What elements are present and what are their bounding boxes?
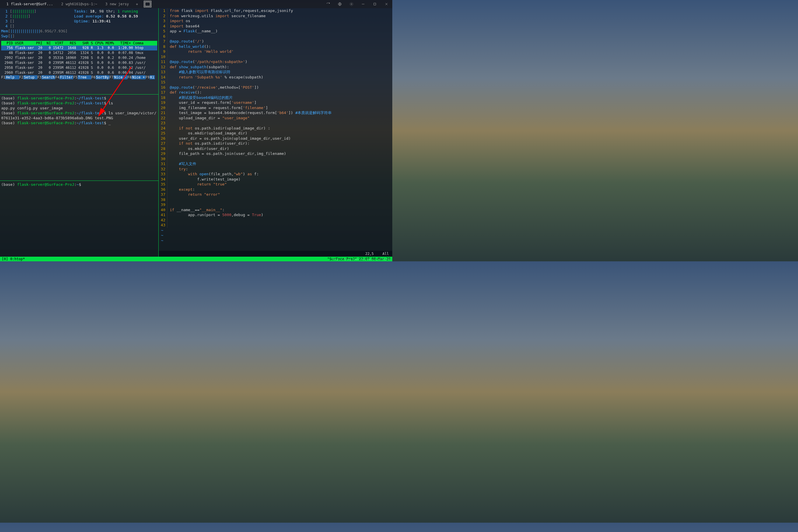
settings-icon[interactable]: [346, 0, 357, 8]
terminal-window: 1 [|||||||||||]2 [||||||||]3 []4 []Mem[|…: [0, 8, 392, 256]
process-row[interactable]: 2946 flask-ser 20 0 2395M 46112 41928 S …: [1, 60, 157, 65]
fkey-F7[interactable]: Nice -: [113, 75, 127, 79]
code-line: 15: [159, 80, 392, 85]
svg-point-3: [351, 3, 352, 5]
code-line: 14 return 'Subpath %s' % escape(subpath): [159, 75, 392, 80]
maximize-button[interactable]: [369, 0, 381, 8]
code-line: 23: [159, 120, 392, 126]
fkey-F8[interactable]: Nice +: [132, 75, 145, 79]
code-line: 4import base64: [159, 24, 392, 29]
code-line: 42: [159, 217, 392, 223]
load-label: Load average:: [74, 14, 106, 18]
right-pane: 1from flask import Flask,url_for,request…: [159, 8, 392, 256]
sync-icon[interactable]: [322, 0, 334, 8]
code-line: 2from werkzeug.utils import secure_filen…: [159, 14, 392, 19]
tab-2[interactable]: 2wgh6161@vps-1:~: [57, 0, 101, 8]
empty-line: ~: [159, 238, 392, 243]
code-line: 6: [159, 34, 392, 39]
fkey-F2[interactable]: Setup: [23, 75, 37, 79]
code-line: 41 app.run(port = 5000,debug = True): [159, 212, 392, 217]
swp-bar: Swp[|]: [1, 34, 74, 38]
code-line: 10: [159, 54, 392, 59]
empty-line: ~: [159, 228, 392, 233]
code-line: 9 return 'Hello world': [159, 49, 392, 54]
code-line: 19 user_id = request.form['username']: [159, 100, 392, 105]
cpu-bar-2: 2 [||||||||]: [1, 14, 74, 19]
code-line: 26 user_dir = os.path.join(upload_image_…: [159, 136, 392, 141]
code-line: 13 #输入参数可以带有路径标识符: [159, 70, 392, 75]
tab-3[interactable]: 3new jersy: [101, 0, 133, 8]
shell-line: 07611e31-e352-4aa3-bd6a-873b5896a8ab.DNG…: [1, 115, 157, 120]
titlebar: 1flask-server@SurF...2wgh6161@vps-1:~3ne…: [0, 0, 392, 8]
code-line: 38: [159, 197, 392, 203]
process-row[interactable]: 756 flask-ser 20 0 15472 1648 928 R 1.3 …: [1, 45, 157, 51]
empty-line: ~: [159, 233, 392, 238]
vim-editor[interactable]: 1from flask import Flask,url_for,request…: [159, 8, 392, 251]
shell-line: (base) flask-server@SurFace-ProJ:~/flask…: [1, 101, 157, 106]
shell-line: app.py config.py user_image: [1, 106, 157, 111]
cpu-bar-1: 1 [|||||||||||]: [1, 9, 74, 14]
split-pane-button[interactable]: [144, 0, 152, 8]
svg-rect-5: [374, 3, 376, 5]
left-pane: 1 [|||||||||||]2 [||||||||]3 []4 []Mem[|…: [0, 8, 159, 256]
code-line: 12def show_subpath(subpath):: [159, 64, 392, 70]
code-line: 31 #写入文件: [159, 161, 392, 167]
code-line: 37 return "error": [159, 192, 392, 197]
htop-fkeys: F1Help F2Setup F3SearchF4FilterF5Tree F6…: [1, 75, 157, 79]
mem-bar: Mem[|||||||||||||||6.95G/7.93G]: [1, 28, 74, 34]
fkey-F9[interactable]: Ki: [150, 75, 155, 79]
uptime-label: Uptime:: [74, 19, 93, 23]
code-line: 7@app.route('/'): [159, 39, 392, 44]
code-line: 5app = Flask(__name__): [159, 28, 392, 34]
close-button[interactable]: [381, 0, 392, 8]
fkey-F1[interactable]: Help: [5, 75, 19, 79]
code-line: 29 file_path = os.path.join(user_dir,img…: [159, 151, 392, 156]
watermark: https://blog.csdn.net/weixin_40731240: [332, 258, 391, 261]
code-line: 35 return "true": [159, 182, 392, 187]
tmux-session: [0] 0:htop*: [2, 257, 327, 261]
code-line: 1from flask import Flask,url_for,request…: [159, 8, 392, 14]
shell-line: (base) flask-server@SurFace-ProJ:~/flask…: [1, 111, 157, 115]
code-line: 20 img_filename = request.form['filename…: [159, 105, 392, 111]
code-line: 18 #测试接受base64编码过的图片: [159, 95, 392, 100]
code-line: 17def receive():: [159, 90, 392, 95]
window-controls: [322, 0, 392, 8]
code-line: 43: [159, 223, 392, 228]
fkey-F3[interactable]: Search: [41, 75, 55, 79]
process-header[interactable]: PID USER PRI NI VIRT RES SHR S CPU% MEM%…: [1, 41, 157, 45]
new-tab-button[interactable]: +: [133, 0, 141, 8]
code-line: 22 upload_image_dir = "user_image": [159, 115, 392, 121]
code-line: 24 if not os.path.isdir(upload_image_dir…: [159, 126, 392, 131]
svg-rect-1: [145, 2, 150, 6]
code-line: 3import os: [159, 18, 392, 24]
code-line: 33 with open(file_path,"wb") as f:: [159, 171, 392, 177]
vim-status-bar: 22,5 All: [159, 251, 392, 256]
code-line: 11@app.route('/path/<path:subpath>'): [159, 59, 392, 64]
tab-1[interactable]: 1flask-server@SurF...: [2, 0, 57, 8]
globe-icon[interactable]: [334, 0, 346, 8]
shell-pane[interactable]: (base) flask-server@SurFace-ProJ:~/flask…: [0, 95, 158, 181]
shell-bottom-pane[interactable]: (base) flask-server@SurFace-ProJ:~$: [0, 181, 158, 188]
code-line: 8def hello_world():: [159, 44, 392, 49]
fkey-F6[interactable]: SortBy: [96, 75, 109, 79]
process-row[interactable]: 2958 flask-ser 20 0 2395M 46112 41928 S …: [1, 65, 157, 70]
process-row[interactable]: 48 flask-ser 20 0 14712 2056 1324 S 0.0 …: [1, 51, 157, 55]
code-line: 25 os.mkdir(upload_image_dir): [159, 131, 392, 136]
minimize-button[interactable]: [357, 0, 369, 8]
fkey-F5[interactable]: Tree: [78, 75, 91, 79]
code-line: 30: [159, 156, 392, 162]
cpu-bar-4: 4 []: [1, 24, 74, 28]
tasks-label: Tasks:: [74, 9, 90, 14]
process-row[interactable]: 2960 flask-ser 20 0 2395M 46112 41928 S …: [1, 70, 157, 75]
code-line: 21 test_image = base64.b64decode(request…: [159, 110, 392, 115]
code-line: 39: [159, 202, 392, 207]
code-line: 27 if not os.path.isdir(user_dir):: [159, 141, 392, 146]
split-icon: [144, 0, 152, 8]
fkey-F4[interactable]: Filter: [59, 75, 73, 79]
process-row[interactable]: 2992 flask-ser 20 0 35316 16960 7208 S 0…: [1, 55, 157, 60]
code-line: 32 try:: [159, 167, 392, 172]
shell-line: (base) flask-server@SurFace-ProJ:~/flask…: [1, 120, 157, 126]
htop-pane[interactable]: 1 [|||||||||||]2 [||||||||]3 []4 []Mem[|…: [0, 8, 158, 95]
view-position: All: [382, 252, 389, 256]
shell-line: (base) flask-server@SurFace-ProJ:~/flask…: [1, 96, 157, 101]
